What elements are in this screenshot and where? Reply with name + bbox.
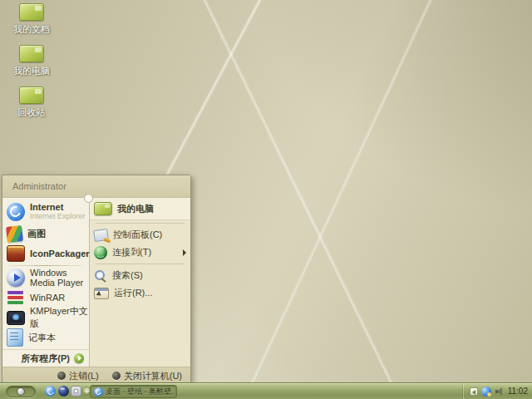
menu-item-connect-to[interactable]: 连接到(T) [90, 244, 190, 261]
menu-item-label: 连接到(T) [112, 246, 151, 259]
log-off-button[interactable]: 注销(L) [57, 370, 98, 382]
paint-icon [6, 225, 23, 243]
user-name: Administrator [12, 181, 66, 191]
notepad-icon [7, 328, 23, 347]
start-button[interactable] [6, 386, 36, 397]
menu-item-label: 控制面板(C) [113, 229, 162, 241]
desktop-icon-label: 我的文档 [13, 23, 50, 36]
menu-item-label: 我的电脑 [117, 203, 154, 215]
winrar-icon [7, 290, 25, 306]
all-programs-label: 所有程序(P) [21, 352, 70, 365]
start-orb-icon [17, 387, 25, 396]
recycle-bin-icon [19, 86, 44, 104]
iconpackager-icon [7, 245, 25, 262]
menu-item-label: IconPackager [30, 249, 90, 259]
submenu-arrow-icon [183, 249, 186, 256]
menu-separator [96, 264, 185, 264]
log-off-icon [57, 372, 66, 380]
menu-item-paint[interactable]: 画图 [2, 224, 89, 244]
system-tray: 11:02 [463, 383, 532, 399]
shut-down-label: 关闭计算机(U) [124, 370, 182, 382]
search-icon [94, 269, 107, 282]
log-off-label: 注销(L) [69, 370, 98, 382]
divider-notch [84, 194, 93, 203]
shut-down-icon [112, 372, 121, 380]
tray-volume-icon[interactable] [495, 387, 504, 396]
desktop-icon-label: 回收站 [18, 106, 46, 119]
menu-item-control-panel[interactable]: 控制面板(C) [90, 226, 190, 244]
menu-item-label: WinRAR [30, 293, 65, 303]
internet-explorer-icon [7, 203, 25, 221]
my-documents-icon [19, 3, 44, 21]
start-menu: Administrator Internet Internet Explorer… [2, 175, 191, 385]
menu-item-search[interactable]: 搜索(S) [90, 267, 190, 284]
start-menu-footer: 注销(L) 关闭计算机(U) [2, 367, 190, 384]
run-icon [94, 288, 109, 299]
tray-network-icon[interactable] [481, 387, 491, 397]
desktop-icon-list: 我的文档 我的电脑 回收站 [5, 3, 58, 128]
control-panel-icon [93, 228, 109, 241]
menu-item-label: 记事本 [28, 332, 56, 344]
window-button-label: 桌面 - 壁纸 - 奥酷壁... [106, 387, 173, 397]
start-menu-body: Internet Internet Explorer 画图 IconPackag… [2, 198, 190, 367]
screen: 我的文档 我的电脑 回收站 Administrator Internet Int… [0, 0, 532, 399]
menu-item-notepad[interactable]: 记事本 [2, 328, 89, 347]
start-menu-right-column: 我的电脑 控制面板(C) 连接到(T) 搜索(S) [90, 198, 190, 367]
desktop-icon-recycle-bin[interactable]: 回收站 [5, 86, 58, 128]
tray-hidden-icons-icon[interactable] [470, 387, 478, 396]
taskbar: 桌面 - 壁纸 - 奥酷壁... 11:02 [0, 382, 532, 399]
menu-item-label: 画图 [27, 228, 46, 240]
quicklaunch-window-icon[interactable] [71, 386, 81, 397]
start-menu-header: Administrator [2, 175, 190, 198]
menu-item-label: 运行(R)... [114, 287, 152, 299]
desktop-icon-my-computer[interactable]: 我的电脑 [5, 45, 58, 86]
quicklaunch-ie-icon[interactable] [45, 386, 56, 397]
menu-item-run[interactable]: 运行(R)... [90, 284, 190, 302]
menu-separator [7, 265, 84, 266]
menu-item-kmplayer[interactable]: KMPlayer中文版 [2, 308, 89, 328]
desktop-icon-my-documents[interactable]: 我的文档 [5, 3, 58, 45]
menu-item-label: 搜索(S) [112, 269, 143, 282]
taskbar-clock[interactable]: 11:02 [507, 387, 528, 396]
menu-separator [96, 223, 185, 224]
quicklaunch-ball-icon[interactable] [58, 386, 69, 397]
menu-item-windows-media-player[interactable]: Windows Media Player [2, 268, 89, 288]
window-ie-icon [94, 387, 103, 397]
desktop-icon-label: 我的电脑 [13, 65, 50, 77]
my-computer-icon [19, 45, 44, 62]
kmplayer-icon [7, 311, 25, 325]
menu-item-sublabel: Internet Explorer [30, 212, 86, 221]
menu-item-label: Internet [30, 203, 86, 212]
media-player-icon [7, 268, 25, 287]
connect-to-icon [94, 246, 107, 259]
shut-down-button[interactable]: 关闭计算机(U) [112, 370, 182, 382]
start-menu-left-column: Internet Internet Explorer 画图 IconPackag… [2, 198, 90, 367]
menu-item-my-computer[interactable]: 我的电脑 [90, 198, 190, 220]
all-programs-arrow-icon [74, 353, 84, 363]
all-programs-button[interactable]: 所有程序(P) [2, 349, 89, 367]
menu-item-label: KMPlayer中文版 [30, 305, 89, 330]
menu-item-label: Windows Media Player [30, 268, 89, 288]
menu-item-iconpackager[interactable]: IconPackager [2, 244, 89, 264]
taskbar-window-button[interactable]: 桌面 - 壁纸 - 奥酷壁... [90, 385, 177, 398]
menu-item-internet[interactable]: Internet Internet Explorer [2, 200, 89, 224]
my-computer-icon [94, 202, 112, 215]
